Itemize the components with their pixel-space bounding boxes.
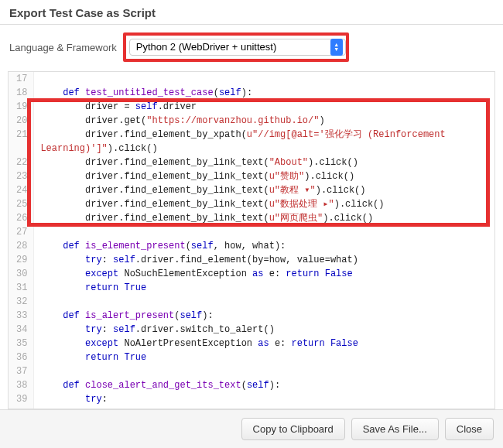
code-line: 21 driver.find_element_by_xpath(u"//img[… <box>9 128 494 142</box>
dialog-title: Export Test Case as Script <box>9 6 494 19</box>
line-number: 35 <box>9 337 34 351</box>
code-line: Learning)']").click() <box>9 142 494 156</box>
export-dialog: Export Test Case as Script Language & Fr… <box>0 0 503 448</box>
code-line: 23 driver.find_element_by_link_text(u"赞助… <box>9 169 494 183</box>
code-content[interactable]: Learning)']").click() <box>34 142 494 156</box>
code-line: 24 driver.find_element_by_link_text(u"教程… <box>9 183 494 197</box>
code-content[interactable]: def close_alert_and_get_its_text(self): <box>34 378 494 392</box>
code-line: 19 driver = self.driver <box>9 100 494 114</box>
line-number: 32 <box>9 295 34 309</box>
code-content[interactable]: return True <box>34 351 494 364</box>
code-line: 27 <box>9 225 494 239</box>
code-line: 22 driver.find_element_by_link_text("Abo… <box>9 156 494 169</box>
line-number: 38 <box>9 378 34 392</box>
line-number: 33 <box>9 309 34 323</box>
line-number: 36 <box>9 351 34 364</box>
code-line: 29 try: self.driver.find_element(by=how,… <box>9 253 494 267</box>
line-number: 17 <box>9 72 34 86</box>
line-number: 24 <box>9 183 34 197</box>
code-content[interactable]: try: self.driver.switch_to_alert() <box>34 323 494 337</box>
code-content[interactable] <box>34 364 494 378</box>
code-content[interactable]: except NoAlertPresentException as e: ret… <box>34 337 494 351</box>
line-number: 40 <box>9 406 34 409</box>
code-line: 34 try: self.driver.switch_to_alert() <box>9 323 494 337</box>
language-select[interactable]: Python 2 (WebDriver + unittest) <box>129 39 346 56</box>
code-content[interactable]: alert = self.driver.switch_to_alert() <box>34 406 494 409</box>
code-line: 39 try: <box>9 392 494 406</box>
line-number: 30 <box>9 267 34 281</box>
code-line: 31 return True <box>9 281 494 295</box>
code-content[interactable]: driver.find_element_by_link_text(u"网页爬虫"… <box>34 211 494 225</box>
code-line: 26 driver.find_element_by_link_text(u"网页… <box>9 211 494 225</box>
code-area: 1718 def test_untitled_test_case(self):1… <box>8 71 495 409</box>
line-number: 39 <box>9 392 34 406</box>
code-line: 40 alert = self.driver.switch_to_alert() <box>9 406 494 409</box>
dialog-header: Export Test Case as Script <box>0 0 503 25</box>
line-number: 25 <box>9 197 34 211</box>
line-number: 21 <box>9 128 34 142</box>
line-number: 19 <box>9 100 34 114</box>
code-content[interactable]: driver.find_element_by_link_text(u"赞助").… <box>34 169 494 183</box>
copy-to-clipboard-button[interactable]: Copy to Clipboard <box>241 418 345 440</box>
code-line: 38 def close_alert_and_get_its_text(self… <box>9 378 494 392</box>
code-content[interactable]: except NoSuchElementException as e: retu… <box>34 267 494 281</box>
code-content[interactable]: driver.get("https://morvanzhou.github.io… <box>34 114 494 128</box>
language-row: Language & Framework Python 2 (WebDriver… <box>0 25 503 71</box>
code-table: 1718 def test_untitled_test_case(self):1… <box>9 72 494 409</box>
code-content[interactable] <box>34 295 494 309</box>
code-content[interactable]: try: self.driver.find_element(by=how, va… <box>34 253 494 267</box>
line-number: 37 <box>9 364 34 378</box>
line-number <box>9 142 34 156</box>
line-number: 29 <box>9 253 34 267</box>
code-line: 35 except NoAlertPresentException as e: … <box>9 337 494 351</box>
save-as-file-button[interactable]: Save As File... <box>351 418 439 440</box>
code-content[interactable]: driver.find_element_by_link_text(u"数据处理 … <box>34 197 494 211</box>
code-content[interactable]: driver.find_element_by_link_text("About"… <box>34 156 494 169</box>
line-number: 31 <box>9 281 34 295</box>
code-content[interactable] <box>34 72 494 86</box>
code-content[interactable]: def test_untitled_test_case(self): <box>34 86 494 100</box>
line-number: 20 <box>9 114 34 128</box>
code-line: 17 <box>9 72 494 86</box>
line-number: 26 <box>9 211 34 225</box>
line-number: 22 <box>9 156 34 169</box>
code-line: 33 def is_alert_present(self): <box>9 309 494 323</box>
code-line: 25 driver.find_element_by_link_text(u"数据… <box>9 197 494 211</box>
code-content[interactable]: def is_element_present(self, how, what): <box>34 239 494 253</box>
code-line: 37 <box>9 364 494 378</box>
code-line: 28 def is_element_present(self, how, wha… <box>9 239 494 253</box>
code-content[interactable]: try: <box>34 392 494 406</box>
dialog-footer: Copy to Clipboard Save As File... Close <box>0 409 503 448</box>
line-number: 18 <box>9 86 34 100</box>
close-button[interactable]: Close <box>445 418 494 440</box>
language-label: Language & Framework <box>9 42 117 53</box>
code-content[interactable]: driver.find_element_by_xpath(u"//img[@al… <box>34 128 494 142</box>
code-content[interactable]: driver.find_element_by_link_text(u"教程 ▾"… <box>34 183 494 197</box>
line-number: 23 <box>9 169 34 183</box>
line-number: 28 <box>9 239 34 253</box>
code-line: 32 <box>9 295 494 309</box>
code-content[interactable]: driver = self.driver <box>34 100 494 114</box>
highlight-frame-select: Python 2 (WebDriver + unittest) ▲▼ <box>123 32 349 62</box>
code-scroll[interactable]: 1718 def test_untitled_test_case(self):1… <box>9 72 494 409</box>
line-number: 34 <box>9 323 34 337</box>
code-line: 20 driver.get("https://morvanzhou.github… <box>9 114 494 128</box>
line-number: 27 <box>9 225 34 239</box>
code-line: 18 def test_untitled_test_case(self): <box>9 86 494 100</box>
code-line: 36 return True <box>9 351 494 364</box>
code-content[interactable]: def is_alert_present(self): <box>34 309 494 323</box>
code-content[interactable] <box>34 225 494 239</box>
code-line: 30 except NoSuchElementException as e: r… <box>9 267 494 281</box>
code-content[interactable]: return True <box>34 281 494 295</box>
